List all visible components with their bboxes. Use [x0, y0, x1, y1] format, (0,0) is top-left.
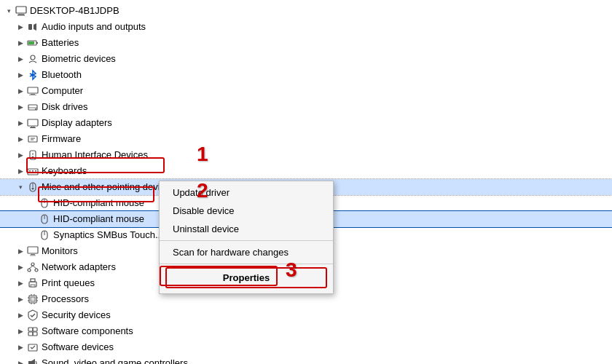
tree-item-software-devices[interactable]: ▶ Software devices — [0, 339, 612, 355]
svg-line-44 — [33, 266, 36, 269]
svg-point-7 — [31, 55, 35, 60]
svg-rect-49 — [31, 297, 35, 301]
tree-item-disk[interactable]: ▶ Disk drives — [0, 99, 612, 115]
tree-item-computer[interactable]: ▶ Computer — [0, 83, 612, 99]
context-menu-scan-hardware[interactable]: Scan for hardware changes — [160, 243, 333, 261]
expand-icon-biometric: ▶ — [15, 53, 26, 65]
tree-item-batteries[interactable]: ▶ Batteries — [0, 35, 612, 51]
tree-item-security[interactable]: ▶ Security devices — [0, 307, 612, 323]
audio-label: Audio inputs and outputs — [42, 19, 146, 35]
mice-label: Mice and other pointing devices — [42, 179, 175, 195]
expand-icon-mice: ▾ — [15, 181, 26, 193]
svg-point-21 — [32, 157, 34, 159]
svg-point-41 — [28, 269, 31, 272]
display-label: Display adapters — [42, 115, 112, 131]
svg-rect-39 — [30, 256, 36, 256]
expand-icon-display: ▶ — [15, 117, 26, 129]
hid-mouse-2-icon — [38, 213, 51, 226]
context-menu-update-driver[interactable]: Update driver — [160, 183, 333, 202]
synaptics-label: Synaptics SMBus Touch... — [53, 227, 163, 243]
svg-rect-60 — [28, 332, 33, 336]
svg-rect-5 — [36, 42, 38, 44]
processors-label: Processors — [42, 291, 89, 307]
svg-rect-2 — [17, 15, 25, 16]
synaptics-icon — [38, 229, 51, 242]
sw-devices-icon — [26, 341, 39, 354]
context-menu-uninstall-device[interactable]: Uninstall device — [160, 220, 333, 238]
keyboard-icon — [26, 165, 39, 178]
printer-icon — [26, 277, 39, 290]
keyboards-label: Keyboards — [42, 163, 87, 179]
tree-item-software-components[interactable]: ▶ Software components — [0, 323, 612, 339]
monitors-label: Monitors — [42, 243, 78, 259]
expand-icon-sw-devices: ▶ — [15, 341, 26, 353]
svg-rect-27 — [31, 173, 35, 174]
hid-label: Human Interface Devices — [42, 147, 148, 163]
expand-icon-bluetooth: ▶ — [15, 69, 26, 81]
mice-icon — [26, 181, 39, 194]
svg-rect-37 — [28, 247, 38, 253]
security-label: Security devices — [42, 307, 111, 323]
sound-label: Sound, video and game controllers — [42, 355, 188, 364]
disk-icon — [26, 100, 39, 114]
expand-icon-audio: ▶ — [15, 21, 26, 33]
sw-components-icon — [26, 325, 39, 338]
hid-mouse-1-icon — [38, 197, 51, 210]
hid-icon — [26, 149, 39, 162]
svg-rect-38 — [31, 254, 35, 256]
context-menu-properties[interactable]: Properties — [165, 267, 327, 288]
tree-item-display[interactable]: ▶ Display adapters — [0, 115, 612, 131]
display-icon — [26, 116, 39, 130]
tree-item-biometric[interactable]: ▶ Biometric devices — [0, 51, 612, 67]
svg-point-30 — [32, 188, 34, 190]
svg-point-42 — [35, 269, 38, 272]
expand-icon-firmware: ▶ — [15, 133, 26, 145]
expand-icon-computer: ▶ — [15, 85, 26, 97]
tree-root[interactable]: ▾ DESKTOP-4B1JDPB — [0, 3, 612, 19]
context-menu-disable-device[interactable]: Disable device — [160, 202, 333, 220]
svg-rect-17 — [28, 136, 37, 142]
firmware-icon — [26, 132, 39, 146]
svg-rect-26 — [35, 170, 36, 172]
bluetooth-icon — [26, 68, 39, 82]
security-icon — [26, 309, 39, 322]
context-menu-divider-1 — [160, 240, 333, 241]
expand-icon-sound: ▶ — [15, 357, 26, 364]
audio-icon — [26, 20, 39, 33]
svg-rect-14 — [28, 119, 38, 126]
cpu-icon — [26, 293, 39, 306]
computer-node-icon — [26, 84, 39, 98]
svg-rect-10 — [29, 95, 36, 95]
svg-rect-8 — [28, 87, 38, 93]
svg-rect-61 — [33, 332, 37, 336]
sound-icon — [26, 357, 39, 364]
expand-icon-print: ▶ — [15, 277, 26, 289]
bluetooth-label: Bluetooth — [42, 67, 82, 83]
context-menu: Update driver Disable device Uninstall d… — [159, 181, 334, 294]
tree-item-firmware[interactable]: ▶ Firmware — [0, 131, 612, 147]
hid-mouse-1-label: HID-compliant mouse — [53, 195, 144, 211]
svg-rect-0 — [16, 7, 26, 13]
tree-item-hid[interactable]: ▶ Human Interface Devices — [0, 147, 612, 163]
svg-rect-24 — [29, 170, 31, 172]
expand-icon-network: ▶ — [15, 261, 26, 273]
sw-devices-label: Software devices — [42, 339, 114, 355]
svg-rect-47 — [31, 285, 35, 287]
svg-point-40 — [31, 263, 34, 266]
tree-item-audio[interactable]: ▶ Audio inputs and outputs — [0, 19, 612, 35]
svg-rect-63 — [28, 361, 31, 364]
expand-icon-keyboards: ▶ — [15, 165, 26, 177]
expand-icon-sw-components: ▶ — [15, 325, 26, 337]
tree-item-sound[interactable]: ▶ Sound, video and game controllers — [0, 355, 612, 364]
context-menu-divider-2 — [160, 264, 333, 264]
tree-item-bluetooth[interactable]: ▶ Bluetooth — [0, 67, 612, 83]
firmware-label: Firmware — [42, 131, 81, 147]
expand-icon-processors: ▶ — [15, 293, 26, 305]
network-label: Network adapters — [42, 259, 116, 275]
expand-icon-monitors: ▶ — [15, 245, 26, 257]
disk-label: Disk drives — [42, 99, 88, 115]
tree-item-keyboards[interactable]: ▶ Keyboards — [0, 163, 612, 179]
svg-rect-23 — [28, 169, 38, 175]
root-label: DESKTOP-4B1JDPB — [30, 3, 119, 19]
print-label: Print queues — [42, 275, 95, 291]
